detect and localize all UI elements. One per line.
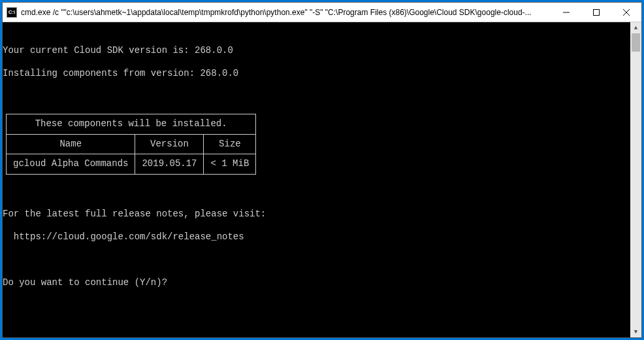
svg-rect-1 <box>594 9 600 15</box>
window-controls <box>551 3 641 22</box>
table-row: gcloud Alpha Commands 2019.05.17 < 1 MiB <box>7 154 256 175</box>
terminal-line <box>3 186 630 197</box>
col-size: Size <box>204 134 256 154</box>
table-header-row: Name Version Size <box>7 134 256 154</box>
minimize-button[interactable] <box>551 3 581 22</box>
titlebar[interactable]: C:\ cmd.exe /c ""c:\users\ahmetk~1\appda… <box>3 3 641 22</box>
cell-name: gcloud Alpha Commands <box>7 154 135 175</box>
cell-size: < 1 MiB <box>204 154 256 175</box>
scroll-thumb[interactable] <box>632 33 640 52</box>
components-table: These components will be installed. Name… <box>6 114 256 175</box>
terminal-line <box>3 254 630 266</box>
scroll-up-arrow[interactable]: ▲ <box>630 22 641 33</box>
col-name: Name <box>7 134 135 154</box>
terminal-line: https://cloud.google.com/sdk/release_not… <box>3 231 630 243</box>
terminal-area: Your current Cloud SDK version is: 268.0… <box>3 22 641 337</box>
maximize-button[interactable] <box>581 3 611 22</box>
close-icon <box>623 9 630 16</box>
terminal-line: Installing components from version: 268.… <box>3 68 630 80</box>
terminal-line: Your current Cloud SDK version is: 268.0… <box>3 45 630 57</box>
table-caption: These components will be installed. <box>7 114 256 135</box>
terminal-content[interactable]: Your current Cloud SDK version is: 268.0… <box>3 22 630 337</box>
scroll-track[interactable] <box>630 33 641 326</box>
close-button[interactable] <box>611 3 641 22</box>
terminal-line: For the latest full release notes, pleas… <box>3 209 630 220</box>
maximize-icon <box>593 9 600 16</box>
vertical-scrollbar[interactable]: ▲ ▼ <box>630 22 641 337</box>
scroll-down-arrow[interactable]: ▼ <box>630 326 641 337</box>
cell-version: 2019.05.17 <box>135 154 204 175</box>
minimize-icon <box>563 9 570 16</box>
terminal-prompt[interactable]: Do you want to continue (Y/n)? <box>3 277 630 289</box>
window-title: cmd.exe /c ""c:\users\ahmetk~1\appdata\l… <box>21 8 551 17</box>
cmd-icon: C:\ <box>7 7 17 18</box>
col-version: Version <box>135 134 204 154</box>
terminal-line <box>3 91 630 103</box>
terminal-line <box>3 22 630 34</box>
cmd-window: C:\ cmd.exe /c ""c:\users\ahmetk~1\appda… <box>2 2 642 338</box>
